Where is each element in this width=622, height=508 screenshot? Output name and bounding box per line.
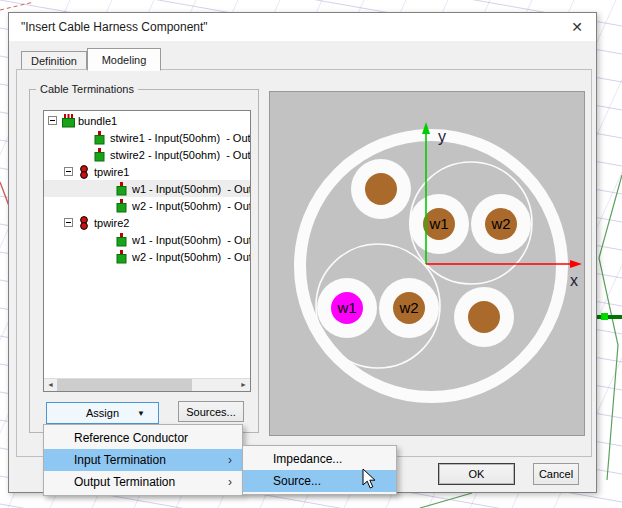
submenu-arrow-icon: › (228, 471, 232, 493)
menu-item-label: Source... (273, 474, 321, 488)
scrollbar-thumb[interactable] (57, 379, 192, 391)
menu-item-label: Input Termination (74, 453, 166, 467)
y-axis-arrow (422, 122, 430, 134)
wire-label-tpwire1-w2: w2 (490, 215, 510, 232)
menu-item-label: Impedance... (273, 452, 342, 466)
tree-item-label: w2 - Input(50ohm) - Outpu (132, 251, 250, 263)
wire-icon (116, 182, 128, 196)
cable-terminations-tree[interactable]: bundle1stwire1 - Input(50ohm) - Outpustw… (43, 110, 251, 392)
groupbox-title: Cable Terminations (36, 83, 138, 95)
tree-item-stwire1[interactable]: stwire1 - Input(50ohm) - Outpu (44, 129, 250, 146)
wire-icon (116, 199, 128, 213)
assign-button[interactable]: Assign ▼ (46, 402, 159, 424)
wire-icon (116, 250, 128, 264)
y-axis-label: y (438, 128, 446, 145)
wire-label-tpwire2-w2: w2 (398, 299, 418, 316)
desktop-background: "Insert Cable Harness Component" ✕ Defin… (0, 0, 622, 508)
dialog-insert-cable-harness: "Insert Cable Harness Component" ✕ Defin… (8, 12, 597, 493)
tree-item-label: tpwire2 (94, 217, 129, 229)
submenu-arrow-icon: › (228, 449, 232, 471)
x-axis-label: x (570, 272, 578, 289)
cancel-button-label: Cancel (539, 468, 573, 480)
assign-button-label: Assign (86, 407, 119, 419)
wire-icon (94, 131, 106, 145)
tree-item-w2[interactable]: w2 - Input(50ohm) - Outpu (44, 248, 250, 265)
tree-item-tpwire2[interactable]: tpwire2 (44, 214, 250, 231)
assign-dropdown-menu: Reference ConductorInput Termination›Out… (43, 424, 243, 496)
tree-item-w1[interactable]: w1 - Input(50ohm) - Outpu (44, 180, 250, 197)
wire-core-stwire2[interactable] (468, 301, 500, 333)
menu-item-reference-conductor[interactable]: Reference Conductor (44, 427, 242, 449)
tree-item-bundle1[interactable]: bundle1 (44, 112, 250, 129)
menu-item-label: Output Termination (74, 475, 175, 489)
mouse-cursor (362, 468, 378, 490)
x-axis-arrow (570, 260, 582, 268)
tree-item-w2[interactable]: w2 - Input(50ohm) - Outpu (44, 197, 250, 214)
collapse-icon[interactable] (64, 218, 73, 227)
tab-modeling[interactable]: Modeling (87, 48, 161, 71)
menu-item-output-termination[interactable]: Output Termination› (44, 471, 242, 493)
bundle-icon (62, 114, 74, 128)
dialog-title: "Insert Cable Harness Component" (21, 20, 208, 34)
tree-item-label: stwire1 - Input(50ohm) - Outpu (110, 132, 250, 144)
wire-label-tpwire2-w1: w1 (336, 299, 356, 316)
tree-horizontal-scrollbar[interactable]: ◄ ► (44, 378, 250, 391)
tab-definition[interactable]: Definition (21, 51, 87, 70)
tree-item-label: w1 - Input(50ohm) - Outpu (132, 183, 250, 195)
bundle-sheath[interactable] (300, 135, 562, 397)
wire-core-stwire1[interactable] (365, 173, 397, 205)
tree-item-label: w1 - Input(50ohm) - Outpu (132, 234, 250, 246)
collapse-icon[interactable] (64, 167, 73, 176)
tree-item-label: tpwire1 (94, 166, 129, 178)
twisted-pair-icon (78, 165, 90, 179)
menu-item-label: Reference Conductor (74, 431, 188, 445)
ok-button-label: OK (469, 468, 485, 480)
sources-button-label: Sources... (186, 406, 236, 418)
wire-icon (116, 233, 128, 247)
tree-item-label: stwire2 - Input(50ohm) - Outpu (110, 149, 250, 161)
ok-button[interactable]: OK (438, 463, 515, 485)
tree-item-label: w2 - Input(50ohm) - Outpu (132, 200, 250, 212)
twisted-pair-icon (78, 216, 90, 230)
cable-cross-section-panel[interactable]: yxw1w2w1w2 (269, 91, 585, 436)
tree-item-tpwire1[interactable]: tpwire1 (44, 163, 250, 180)
titlebar[interactable]: "Insert Cable Harness Component" ✕ (9, 13, 596, 41)
menu-item-input-termination[interactable]: Input Termination› (44, 449, 242, 471)
collapse-icon[interactable] (48, 116, 57, 125)
dropdown-arrow-icon: ▼ (137, 409, 145, 418)
tree-item-stwire2[interactable]: stwire2 - Input(50ohm) - Outpu (44, 146, 250, 163)
wire-label-tpwire1-w1: w1 (428, 215, 448, 232)
scroll-right-icon[interactable]: ► (237, 379, 250, 391)
menu-item-impedance[interactable]: Impedance... (243, 448, 396, 470)
tree-item-w1[interactable]: w1 - Input(50ohm) - Outpu (44, 231, 250, 248)
wire-icon (94, 148, 106, 162)
cancel-button[interactable]: Cancel (533, 463, 579, 485)
scroll-left-icon[interactable]: ◄ (44, 379, 57, 391)
close-icon[interactable]: ✕ (568, 18, 586, 36)
sources-button[interactable]: Sources... (178, 401, 244, 422)
tree-item-label: bundle1 (78, 115, 117, 127)
